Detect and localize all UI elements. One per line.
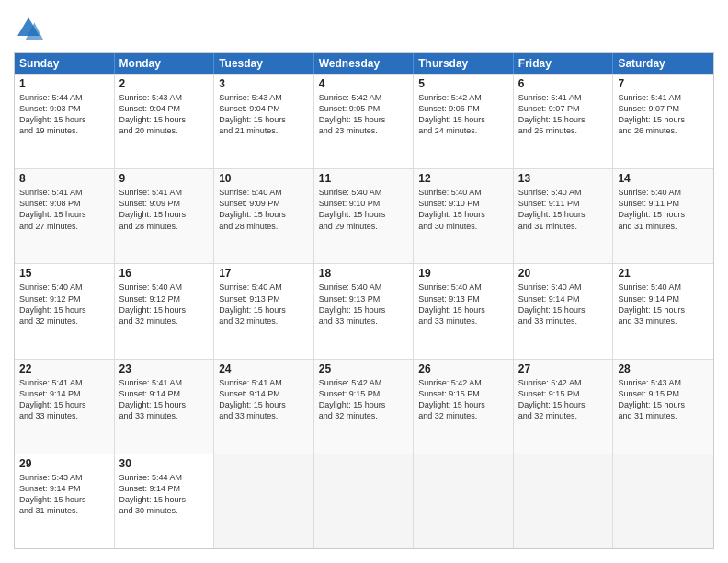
calendar-header-day: Friday (514, 53, 614, 74)
day-info: Sunrise: 5:41 AM Sunset: 9:08 PM Dayligh… (19, 187, 109, 232)
day-number: 16 (119, 267, 210, 280)
day-number: 17 (219, 267, 309, 280)
day-number: 3 (219, 77, 309, 90)
page: SundayMondayTuesdayWednesdayThursdayFrid… (0, 0, 728, 563)
day-info: Sunrise: 5:43 AM Sunset: 9:14 PM Dayligh… (19, 472, 109, 517)
day-number: 13 (518, 172, 609, 185)
calendar-week-row: 8Sunrise: 5:41 AM Sunset: 9:08 PM Daylig… (15, 168, 713, 263)
calendar-week-row: 15Sunrise: 5:40 AM Sunset: 9:12 PM Dayli… (15, 263, 713, 358)
day-number: 19 (418, 267, 508, 280)
calendar-cell: 7Sunrise: 5:41 AM Sunset: 9:07 PM Daylig… (613, 75, 713, 168)
day-number: 26 (418, 362, 508, 375)
calendar-cell: 12Sunrise: 5:40 AM Sunset: 9:10 PM Dayli… (414, 169, 514, 263)
calendar-cell-empty (613, 454, 713, 548)
calendar-cell-empty (214, 454, 314, 548)
header (14, 14, 714, 43)
day-number: 23 (119, 362, 210, 375)
calendar-header-day: Tuesday (214, 53, 314, 74)
calendar-cell: 3Sunrise: 5:43 AM Sunset: 9:04 PM Daylig… (214, 75, 314, 168)
calendar-cell: 19Sunrise: 5:40 AM Sunset: 9:13 PM Dayli… (414, 264, 514, 358)
day-number: 15 (19, 267, 109, 280)
day-info: Sunrise: 5:41 AM Sunset: 9:14 PM Dayligh… (119, 377, 210, 422)
day-number: 8 (19, 172, 109, 185)
day-number: 18 (319, 267, 409, 280)
day-info: Sunrise: 5:40 AM Sunset: 9:13 PM Dayligh… (418, 282, 508, 327)
calendar: SundayMondayTuesdayWednesdayThursdayFrid… (14, 52, 714, 549)
day-number: 21 (618, 267, 709, 280)
day-info: Sunrise: 5:40 AM Sunset: 9:11 PM Dayligh… (618, 187, 709, 232)
calendar-cell: 18Sunrise: 5:40 AM Sunset: 9:13 PM Dayli… (314, 264, 415, 358)
day-number: 7 (618, 77, 709, 90)
calendar-cell: 24Sunrise: 5:41 AM Sunset: 9:14 PM Dayli… (214, 360, 314, 454)
day-info: Sunrise: 5:44 AM Sunset: 9:14 PM Dayligh… (119, 472, 210, 517)
calendar-cell: 4Sunrise: 5:42 AM Sunset: 9:05 PM Daylig… (314, 75, 415, 168)
day-info: Sunrise: 5:42 AM Sunset: 9:06 PM Dayligh… (418, 92, 508, 137)
calendar-cell: 15Sunrise: 5:40 AM Sunset: 9:12 PM Dayli… (15, 264, 115, 358)
calendar-cell-empty (314, 454, 415, 548)
calendar-cell: 11Sunrise: 5:40 AM Sunset: 9:10 PM Dayli… (314, 169, 415, 263)
day-info: Sunrise: 5:40 AM Sunset: 9:14 PM Dayligh… (518, 282, 609, 327)
calendar-cell: 29Sunrise: 5:43 AM Sunset: 9:14 PM Dayli… (15, 454, 115, 548)
day-info: Sunrise: 5:40 AM Sunset: 9:10 PM Dayligh… (418, 187, 508, 232)
day-info: Sunrise: 5:43 AM Sunset: 9:04 PM Dayligh… (219, 92, 309, 137)
day-info: Sunrise: 5:41 AM Sunset: 9:07 PM Dayligh… (518, 92, 609, 137)
day-info: Sunrise: 5:40 AM Sunset: 9:11 PM Dayligh… (518, 187, 609, 232)
calendar-cell: 17Sunrise: 5:40 AM Sunset: 9:13 PM Dayli… (214, 264, 314, 358)
calendar-cell: 20Sunrise: 5:40 AM Sunset: 9:14 PM Dayli… (514, 264, 614, 358)
calendar-header-day: Thursday (414, 53, 514, 74)
calendar-cell: 6Sunrise: 5:41 AM Sunset: 9:07 PM Daylig… (514, 75, 614, 168)
day-info: Sunrise: 5:44 AM Sunset: 9:03 PM Dayligh… (19, 92, 109, 137)
calendar-cell: 8Sunrise: 5:41 AM Sunset: 9:08 PM Daylig… (15, 169, 115, 263)
calendar-cell-empty (514, 454, 614, 548)
calendar-cell: 14Sunrise: 5:40 AM Sunset: 9:11 PM Dayli… (613, 169, 713, 263)
day-number: 22 (19, 362, 109, 375)
day-info: Sunrise: 5:40 AM Sunset: 9:13 PM Dayligh… (319, 282, 409, 327)
day-number: 10 (219, 172, 309, 185)
day-number: 5 (418, 77, 508, 90)
calendar-cell: 23Sunrise: 5:41 AM Sunset: 9:14 PM Dayli… (115, 360, 215, 454)
calendar-cell: 9Sunrise: 5:41 AM Sunset: 9:09 PM Daylig… (115, 169, 215, 263)
calendar-header-row: SundayMondayTuesdayWednesdayThursdayFrid… (15, 53, 713, 74)
logo (14, 14, 47, 43)
calendar-cell-empty (414, 454, 514, 548)
calendar-header-day: Monday (115, 53, 215, 74)
day-number: 14 (618, 172, 709, 185)
calendar-week-row: 29Sunrise: 5:43 AM Sunset: 9:14 PM Dayli… (15, 454, 713, 548)
day-number: 4 (319, 77, 409, 90)
day-info: Sunrise: 5:40 AM Sunset: 9:12 PM Dayligh… (19, 282, 109, 327)
day-info: Sunrise: 5:42 AM Sunset: 9:15 PM Dayligh… (418, 377, 508, 422)
day-number: 11 (319, 172, 409, 185)
calendar-cell: 26Sunrise: 5:42 AM Sunset: 9:15 PM Dayli… (414, 360, 514, 454)
day-number: 24 (219, 362, 309, 375)
day-info: Sunrise: 5:42 AM Sunset: 9:15 PM Dayligh… (319, 377, 409, 422)
logo-icon (14, 14, 43, 43)
day-info: Sunrise: 5:42 AM Sunset: 9:05 PM Dayligh… (319, 92, 409, 137)
day-info: Sunrise: 5:41 AM Sunset: 9:07 PM Dayligh… (618, 92, 709, 137)
day-number: 6 (518, 77, 609, 90)
day-number: 28 (618, 362, 709, 375)
day-info: Sunrise: 5:40 AM Sunset: 9:13 PM Dayligh… (219, 282, 309, 327)
day-number: 25 (319, 362, 409, 375)
day-number: 20 (518, 267, 609, 280)
day-number: 9 (119, 172, 210, 185)
day-info: Sunrise: 5:41 AM Sunset: 9:14 PM Dayligh… (219, 377, 309, 422)
day-info: Sunrise: 5:40 AM Sunset: 9:12 PM Dayligh… (119, 282, 210, 327)
calendar-cell: 5Sunrise: 5:42 AM Sunset: 9:06 PM Daylig… (414, 75, 514, 168)
day-number: 2 (119, 77, 210, 90)
day-info: Sunrise: 5:40 AM Sunset: 9:14 PM Dayligh… (618, 282, 709, 327)
day-info: Sunrise: 5:43 AM Sunset: 9:04 PM Dayligh… (119, 92, 210, 137)
day-info: Sunrise: 5:41 AM Sunset: 9:09 PM Dayligh… (119, 187, 210, 232)
calendar-header-day: Sunday (15, 53, 115, 74)
day-info: Sunrise: 5:43 AM Sunset: 9:15 PM Dayligh… (618, 377, 709, 422)
calendar-cell: 21Sunrise: 5:40 AM Sunset: 9:14 PM Dayli… (613, 264, 713, 358)
calendar-cell: 27Sunrise: 5:42 AM Sunset: 9:15 PM Dayli… (514, 360, 614, 454)
calendar-cell: 13Sunrise: 5:40 AM Sunset: 9:11 PM Dayli… (514, 169, 614, 263)
calendar-week-row: 22Sunrise: 5:41 AM Sunset: 9:14 PM Dayli… (15, 359, 713, 454)
calendar-cell: 10Sunrise: 5:40 AM Sunset: 9:09 PM Dayli… (214, 169, 314, 263)
day-number: 12 (418, 172, 508, 185)
calendar-cell: 28Sunrise: 5:43 AM Sunset: 9:15 PM Dayli… (613, 360, 713, 454)
day-number: 30 (119, 457, 210, 470)
calendar-cell: 25Sunrise: 5:42 AM Sunset: 9:15 PM Dayli… (314, 360, 415, 454)
calendar-cell: 30Sunrise: 5:44 AM Sunset: 9:14 PM Dayli… (115, 454, 215, 548)
calendar-cell: 2Sunrise: 5:43 AM Sunset: 9:04 PM Daylig… (115, 75, 215, 168)
